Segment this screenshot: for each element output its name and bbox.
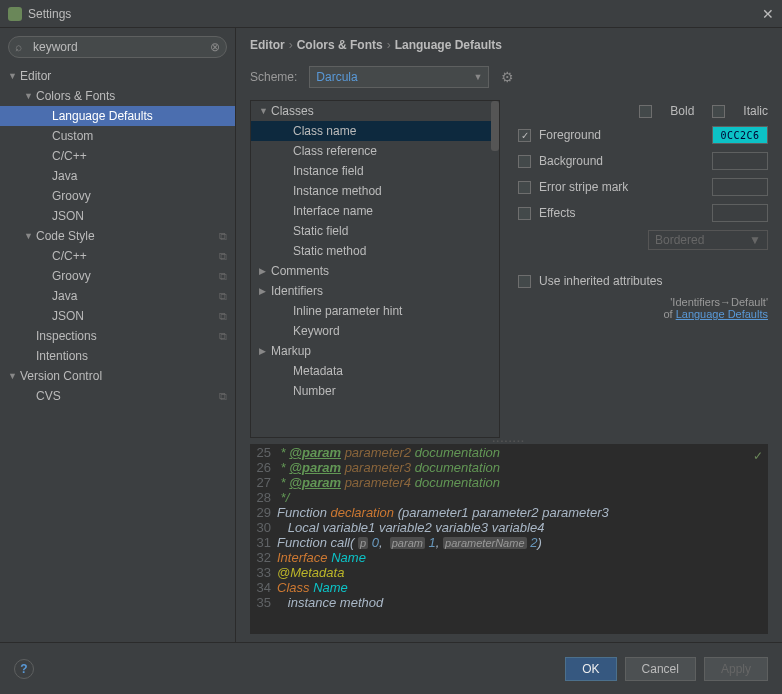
arrow-icon: ▼ (24, 91, 36, 101)
scope-icon: ⧉ (219, 230, 227, 243)
attribute-label: Number (293, 384, 336, 398)
sidebar-item[interactable]: Language Defaults (0, 106, 235, 126)
sidebar-item-label: Java (52, 289, 219, 303)
close-icon[interactable]: ✕ (762, 6, 774, 22)
attribute-label: Static field (293, 224, 348, 238)
attribute-item[interactable]: Class reference (251, 141, 499, 161)
effects-swatch[interactable] (712, 204, 768, 222)
code-text: */ (277, 490, 289, 505)
attribute-label: Comments (271, 264, 329, 278)
inherit-info: 'Identifiers→Default' of Language Defaul… (518, 296, 768, 320)
app-icon (8, 7, 22, 21)
errorstripe-swatch[interactable] (712, 178, 768, 196)
arrow-icon: ▼ (8, 371, 20, 381)
attribute-item[interactable]: Class name (251, 121, 499, 141)
sidebar-item[interactable]: C/C++⧉ (0, 246, 235, 266)
search-input[interactable] (8, 36, 227, 58)
ok-button[interactable]: OK (565, 657, 616, 681)
check-icon: ✓ (753, 449, 763, 463)
code-text: * @param parameter2 documentation (277, 445, 500, 460)
scope-icon: ⧉ (219, 390, 227, 403)
sidebar-item[interactable]: ▼Editor (0, 66, 235, 86)
effects-label: Effects (539, 206, 704, 220)
errorstripe-label: Error stripe mark (539, 180, 704, 194)
code-line: 29Function declaration (parameter1 param… (251, 505, 767, 520)
sidebar-item[interactable]: ▼Code Style⧉ (0, 226, 235, 246)
gear-icon[interactable]: ⚙ (501, 69, 514, 85)
attribute-item[interactable]: ▼Classes (251, 101, 499, 121)
sidebar-item-label: CVS (36, 389, 219, 403)
attribute-item[interactable]: Metadata (251, 361, 499, 381)
code-line: 26 * @param parameter3 documentation (251, 460, 767, 475)
line-number: 34 (251, 580, 277, 595)
attribute-item[interactable]: Static method (251, 241, 499, 261)
clear-icon[interactable]: ⊗ (210, 40, 220, 54)
attribute-item[interactable]: Static field (251, 221, 499, 241)
scheme-value: Darcula (316, 70, 357, 84)
sidebar-item-label: Groovy (52, 269, 219, 283)
sidebar-item-label: Custom (52, 129, 227, 143)
code-line: 34Class Name (251, 580, 767, 595)
sidebar-item[interactable]: Custom (0, 126, 235, 146)
attribute-item[interactable]: ▶Comments (251, 261, 499, 281)
attribute-item[interactable]: Instance method (251, 181, 499, 201)
inherit-checkbox[interactable] (518, 275, 531, 288)
scheme-combo[interactable]: Darcula ▼ (309, 66, 489, 88)
sidebar-item[interactable]: Groovy (0, 186, 235, 206)
sidebar-item[interactable]: JSON (0, 206, 235, 226)
background-checkbox[interactable] (518, 155, 531, 168)
attribute-label: Classes (271, 104, 314, 118)
apply-button[interactable]: Apply (704, 657, 768, 681)
attribute-list[interactable]: ▼ClassesClass nameClass referenceInstanc… (250, 100, 500, 438)
sidebar-item-label: Editor (20, 69, 227, 83)
sidebar-item-label: Version Control (20, 369, 227, 383)
sidebar-item[interactable]: JSON⧉ (0, 306, 235, 326)
attribute-item[interactable]: ▶Identifiers (251, 281, 499, 301)
line-number: 33 (251, 565, 277, 580)
attribute-item[interactable]: Interface name (251, 201, 499, 221)
sidebar-item-label: C/C++ (52, 249, 219, 263)
sidebar-item[interactable]: Inspections⧉ (0, 326, 235, 346)
line-number: 30 (251, 520, 277, 535)
effects-checkbox[interactable] (518, 207, 531, 220)
attribute-item[interactable]: ▶Markup (251, 341, 499, 361)
inherit-link[interactable]: Language Defaults (676, 308, 768, 320)
sidebar-item[interactable]: ▼Colors & Fonts (0, 86, 235, 106)
help-button[interactable]: ? (14, 659, 34, 679)
scope-icon: ⧉ (219, 310, 227, 323)
attribute-label: Inline parameter hint (293, 304, 402, 318)
sidebar-item[interactable]: Intentions (0, 346, 235, 366)
code-text: Function call( p 0, param 1, parameterNa… (277, 535, 542, 550)
sidebar-item[interactable]: ▼Version Control (0, 366, 235, 386)
attribute-label: Static method (293, 244, 366, 258)
attribute-item[interactable]: Instance field (251, 161, 499, 181)
attribute-item[interactable]: Keyword (251, 321, 499, 341)
foreground-swatch[interactable]: 0CC2C6 (712, 126, 768, 144)
foreground-checkbox[interactable] (518, 129, 531, 142)
attribute-item[interactable]: Number (251, 381, 499, 401)
sidebar-item[interactable]: C/C++ (0, 146, 235, 166)
preview-editor[interactable]: ✓ 25 * @param parameter2 documentation26… (250, 444, 768, 634)
errorstripe-checkbox[interactable] (518, 181, 531, 194)
sidebar-item[interactable]: Groovy⧉ (0, 266, 235, 286)
attribute-label: Metadata (293, 364, 343, 378)
code-line: 30 Local variable1 variable2 variable3 v… (251, 520, 767, 535)
italic-checkbox[interactable] (712, 105, 725, 118)
sidebar-item[interactable]: Java (0, 166, 235, 186)
background-swatch[interactable] (712, 152, 768, 170)
code-text: Class Name (277, 580, 348, 595)
code-text: * @param parameter4 documentation (277, 475, 500, 490)
sidebar-item[interactable]: Java⧉ (0, 286, 235, 306)
sidebar-item[interactable]: CVS⧉ (0, 386, 235, 406)
attribute-label: Keyword (293, 324, 340, 338)
attribute-label: Markup (271, 344, 311, 358)
code-text: Local variable1 variable2 variable3 vari… (277, 520, 544, 535)
code-line: 35 instance method (251, 595, 767, 610)
bold-checkbox[interactable] (639, 105, 652, 118)
cancel-button[interactable]: Cancel (625, 657, 696, 681)
bold-label: Bold (670, 104, 694, 118)
attribute-item[interactable]: Inline parameter hint (251, 301, 499, 321)
scrollbar[interactable] (491, 101, 499, 151)
line-number: 25 (251, 445, 277, 460)
sidebar-item-label: Colors & Fonts (36, 89, 227, 103)
